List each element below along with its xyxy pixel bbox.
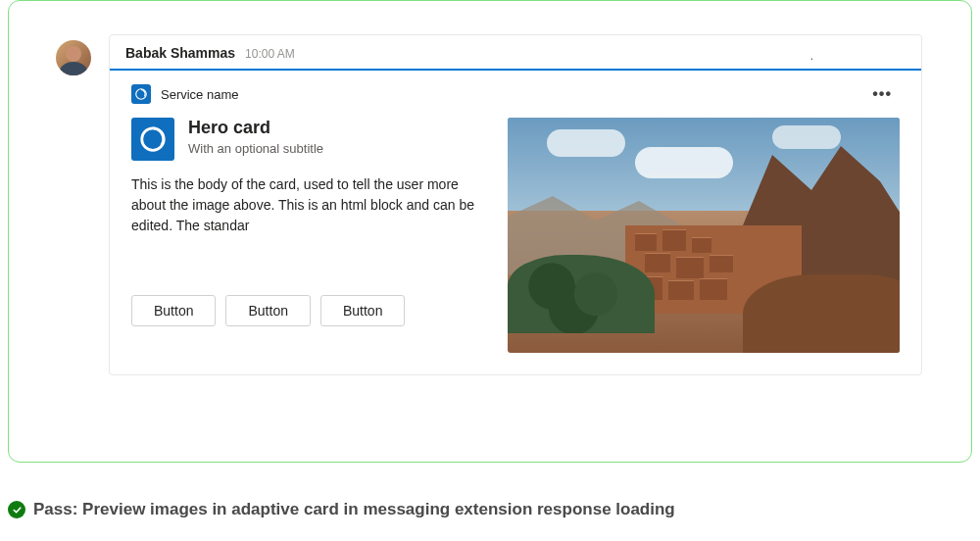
message-header: Babak Shammas 10:00 AM .	[110, 35, 921, 71]
more-options-icon[interactable]: •••	[864, 85, 900, 103]
hero-subtitle: With an optional subtitle	[188, 141, 323, 156]
card-actions-row: Button Button Button	[131, 295, 490, 326]
hero-app-icon	[131, 118, 174, 161]
message-preview-container: Babak Shammas 10:00 AM . Service name ••…	[8, 0, 972, 463]
hero-header: Hero card With an optional subtitle	[131, 118, 490, 161]
service-header-row: Service name •••	[131, 84, 900, 104]
card-action-button-2[interactable]: Button	[225, 295, 310, 326]
message-card: Babak Shammas 10:00 AM . Service name ••…	[109, 34, 922, 375]
service-icon	[131, 84, 151, 104]
hero-card-content: Hero card With an optional subtitle This…	[131, 118, 900, 353]
sender-avatar[interactable]	[56, 40, 91, 75]
validation-status: Pass:	[33, 500, 77, 518]
hero-preview-image[interactable]	[508, 118, 900, 353]
card-action-button-1[interactable]: Button	[131, 295, 216, 326]
validation-message: Preview images in adaptive card in messa…	[77, 500, 674, 518]
validation-result: Pass: Preview images in adaptive card in…	[8, 500, 675, 519]
sender-name[interactable]: Babak Shammas	[125, 45, 235, 61]
validation-text: Pass: Preview images in adaptive card in…	[33, 500, 675, 519]
hero-body-text: This is the body of the card, used to te…	[131, 174, 490, 236]
message-timestamp: 10:00 AM	[245, 47, 295, 61]
card-action-button-3[interactable]: Button	[320, 295, 405, 326]
hero-title: Hero card	[188, 118, 323, 139]
hero-text-column: Hero card With an optional subtitle This…	[131, 118, 490, 353]
service-name-label: Service name	[161, 87, 238, 102]
header-indicator: .	[810, 49, 813, 63]
service-identity: Service name	[131, 84, 238, 104]
adaptive-card-body: Service name ••• Hero card With an optio…	[110, 71, 921, 374]
pass-check-icon	[8, 501, 25, 518]
